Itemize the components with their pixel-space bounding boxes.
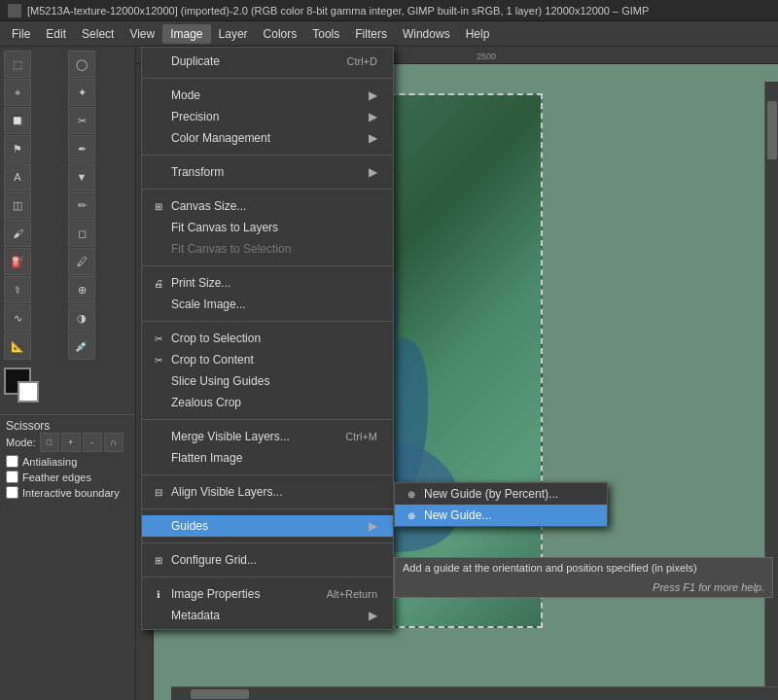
menu-filters[interactable]: Filters	[347, 24, 395, 44]
menu-item-scale-image[interactable]: Scale Image...	[142, 294, 393, 315]
mode-label: Mode:	[6, 437, 36, 448]
menu-windows[interactable]: Windows	[395, 24, 458, 44]
mode-arrow-icon: ▶	[369, 88, 377, 102]
h-scroll-thumb[interactable]	[191, 689, 249, 699]
tool-text[interactable]: A	[4, 163, 31, 191]
menu-item-duplicate[interactable]: Duplicate Ctrl+D	[142, 51, 393, 72]
menu-item-configure-grid[interactable]: ⊞ Configure Grid...	[142, 549, 393, 571]
transform-arrow-icon: ▶	[369, 165, 377, 179]
menu-item-fit-canvas-selection: Fit Canvas to Selection	[142, 238, 393, 260]
menu-item-fit-canvas-layers[interactable]: Fit Canvas to Layers	[142, 217, 393, 238]
tool-smudge[interactable]: ∿	[4, 304, 31, 332]
tool-paths[interactable]: ✒	[68, 135, 95, 162]
tool-pencil[interactable]: ✏	[68, 192, 95, 219]
menu-colors[interactable]: Colors	[256, 24, 305, 44]
menu-item-crop-content[interactable]: ✂ Crop to Content	[142, 349, 393, 370]
tool-free-select[interactable]: ⌖	[4, 79, 31, 106]
menu-item-guides[interactable]: Guides ▶	[142, 515, 393, 537]
fit-canvas-selection-label: Fit Canvas to Selection	[171, 242, 291, 256]
zealous-crop-label: Zealous Crop	[171, 396, 241, 409]
guides-submenu: ⊕ New Guide (by Percent)... ⊕ New Guide.…	[394, 482, 608, 527]
interactive-boundary-checkbox[interactable]	[6, 486, 18, 499]
tool-options-panel: Scissors Mode: □ + - ∩ Antialiasing Feat…	[0, 414, 135, 506]
tool-heal[interactable]: ⚕	[4, 276, 31, 303]
interactive-boundary-row: Interactive boundary	[6, 486, 129, 499]
tool-rect-select[interactable]: ⬚	[4, 51, 31, 78]
mode-btn-1[interactable]: □	[40, 433, 59, 452]
horizontal-scrollbar[interactable]	[171, 686, 778, 700]
app-icon	[8, 4, 21, 18]
menu-item-canvas-size[interactable]: ⊞ Canvas Size...	[142, 195, 393, 217]
tool-ink[interactable]: 🖊	[68, 248, 95, 275]
menu-layer[interactable]: Layer	[211, 24, 256, 44]
tool-ellipse-select[interactable]: ◯	[68, 51, 95, 78]
tool-eraser[interactable]: ◻	[68, 220, 95, 247]
sep-2	[142, 155, 393, 156]
color-mgmt-arrow-icon: ▶	[369, 131, 377, 145]
mode-btn-3[interactable]: -	[83, 433, 102, 452]
menu-item-transform[interactable]: Transform ▶	[142, 161, 393, 183]
align-visible-label: Align Visible Layers...	[171, 485, 283, 499]
menu-item-precision[interactable]: Precision ▶	[142, 106, 393, 127]
menu-item-mode[interactable]: Mode ▶	[142, 85, 393, 106]
menu-help[interactable]: Help	[458, 24, 498, 44]
canvas-size-icon: ⊞	[150, 201, 167, 212]
menu-item-slice-guides[interactable]: Slice Using Guides	[142, 370, 393, 392]
merge-visible-label: Merge Visible Layers...	[171, 430, 290, 443]
sep-1	[142, 78, 393, 79]
menu-item-zealous-crop[interactable]: Zealous Crop	[142, 392, 393, 413]
sep-7	[142, 474, 393, 475]
title-bar: [M5213A-texture-12000x12000] (imported)-…	[0, 0, 778, 21]
configure-grid-label: Configure Grid...	[171, 553, 257, 567]
sep-5	[142, 321, 393, 322]
tool-color-picker[interactable]: 💉	[68, 332, 95, 360]
menu-item-merge-visible[interactable]: Merge Visible Layers... Ctrl+M	[142, 426, 393, 447]
tool-by-color[interactable]: 🔲	[4, 107, 31, 134]
menu-edit[interactable]: Edit	[38, 24, 74, 44]
menu-item-image-properties[interactable]: ℹ Image Properties Alt+Return	[142, 583, 393, 605]
menu-item-crop-selection[interactable]: ✂ Crop to Selection	[142, 328, 393, 349]
mode-btn-4[interactable]: ∩	[104, 433, 124, 452]
tooltip-hint: Press F1 for more help.	[395, 578, 772, 597]
tool-foreground-select[interactable]: ⚑	[4, 135, 31, 162]
menu-tools[interactable]: Tools	[304, 24, 347, 44]
menu-image[interactable]: Image	[162, 24, 210, 44]
crop-selection-icon: ✂	[150, 333, 167, 344]
mode-item-label: Mode	[171, 88, 200, 102]
tool-measure[interactable]: 📐	[4, 332, 31, 360]
tool-clone[interactable]: ⊕	[68, 276, 95, 303]
tool-airbrush[interactable]: ⛽	[4, 248, 31, 275]
background-color[interactable]	[18, 381, 39, 402]
image-properties-label: Image Properties	[171, 587, 260, 601]
guides-arrow-icon: ▶	[369, 519, 377, 533]
submenu-item-new-guide[interactable]: ⊕ New Guide...	[395, 505, 607, 526]
tool-scissors[interactable]: ✂	[68, 107, 95, 134]
interactive-boundary-label: Interactive boundary	[22, 487, 120, 499]
menu-file[interactable]: File	[4, 24, 38, 44]
menu-item-print-size[interactable]: 🖨 Print Size...	[142, 272, 393, 294]
window-title: [M5213A-texture-12000x12000] (imported)-…	[27, 5, 649, 17]
tool-paintbrush[interactable]: 🖌	[4, 220, 31, 247]
feather-edges-checkbox[interactable]	[6, 471, 18, 483]
tool-dodge-burn[interactable]: ◑	[68, 304, 95, 332]
merge-visible-shortcut: Ctrl+M	[345, 431, 377, 442]
antialiasing-label: Antialiasing	[22, 456, 77, 468]
submenu-item-new-guide-percent[interactable]: ⊕ New Guide (by Percent)...	[395, 483, 607, 505]
tool-fuzzy-select[interactable]: ✦	[68, 79, 95, 106]
antialiasing-checkbox[interactable]	[6, 455, 18, 468]
crop-content-icon: ✂	[150, 355, 167, 366]
menu-item-flatten-image[interactable]: Flatten Image	[142, 447, 393, 469]
new-guide-label: New Guide...	[424, 508, 491, 522]
sep-3	[142, 189, 393, 190]
menu-view[interactable]: View	[122, 24, 162, 44]
align-visible-icon: ⊟	[150, 487, 167, 498]
menu-item-metadata[interactable]: Metadata ▶	[142, 605, 393, 626]
mode-btn-2[interactable]: +	[61, 433, 81, 452]
tool-bucket-fill[interactable]: ▼	[68, 163, 95, 191]
menu-item-color-management[interactable]: Color Management ▶	[142, 127, 393, 149]
menu-select[interactable]: Select	[74, 24, 122, 44]
tool-blend[interactable]: ◫	[4, 192, 31, 219]
duplicate-shortcut: Ctrl+D	[347, 55, 377, 67]
v-scroll-thumb[interactable]	[767, 101, 777, 159]
menu-item-align-visible[interactable]: ⊟ Align Visible Layers...	[142, 481, 393, 503]
